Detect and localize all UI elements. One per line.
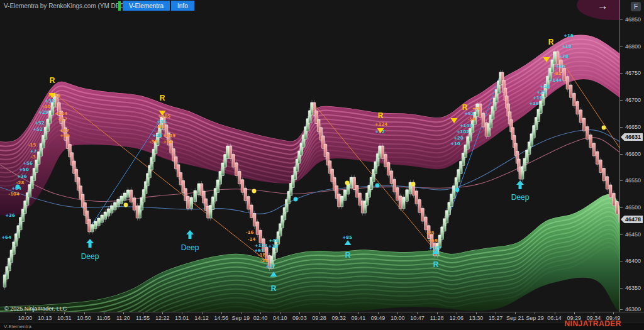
time-label: 10:47 [410, 315, 425, 321]
price-label: 46550 [625, 177, 641, 184]
svg-text:-82: -82 [553, 71, 562, 76]
svg-text:+34: +34 [163, 140, 173, 145]
time-label: 13:30 [469, 315, 484, 321]
time-tick [104, 312, 104, 314]
fixed-scale-button[interactable]: F [631, 2, 641, 11]
price-axis[interactable]: 4685046800467504670046650466004655046500… [619, 0, 644, 312]
svg-text:-28: -28 [426, 231, 435, 236]
svg-text:+123: +123 [255, 243, 268, 248]
header-buttons: V-Elementra Info [118, 1, 196, 11]
time-label: 10:00 [391, 315, 405, 321]
time-tick [613, 312, 614, 314]
svg-text:-10: -10 [43, 104, 51, 109]
r-buy-marker: R [271, 284, 277, 293]
time-tick [280, 312, 280, 314]
price-tick [620, 73, 623, 74]
time-tick [574, 312, 575, 314]
svg-text:+145: +145 [460, 123, 473, 128]
price-tick [620, 207, 623, 208]
ninjatrader-chart-window: +50+36-28+64-104-15+7-3+56+64+36+245+32-… [0, 0, 644, 330]
svg-text:+23: +23 [152, 133, 162, 138]
time-tick [319, 312, 320, 314]
price-label: 46800 [625, 43, 641, 50]
price-label: 46500 [625, 204, 641, 211]
svg-text:+144: +144 [549, 78, 562, 83]
svg-text:-15: -15 [28, 143, 36, 148]
time-tick [457, 312, 457, 314]
time-label: 10:13 [38, 315, 52, 321]
r-sell-marker: R [462, 103, 468, 112]
svg-text:+16: +16 [60, 133, 70, 138]
svg-text:+50: +50 [19, 167, 29, 172]
price-label: 46400 [625, 258, 641, 264]
svg-text:+114: +114 [55, 111, 68, 116]
time-tick [202, 312, 203, 314]
price-label: 46850 [625, 16, 641, 23]
r-sell-marker: R [548, 38, 554, 47]
time-label: 04:10 [273, 315, 287, 321]
time-tick [535, 312, 535, 314]
price-tick [620, 234, 623, 235]
svg-text:-64: -64 [157, 124, 165, 129]
svg-text:+78: +78 [558, 54, 569, 59]
time-tick [476, 312, 477, 314]
time-tick [378, 312, 379, 314]
tab-strip: V-Elementra [0, 322, 644, 330]
time-label: 11:20 [116, 315, 130, 321]
time-tick [594, 312, 594, 314]
time-tick [162, 312, 163, 314]
svg-text:-54: -54 [468, 117, 476, 122]
svg-text:+27: +27 [57, 117, 67, 122]
svg-text:+44: +44 [555, 64, 565, 69]
svg-text:+7: +7 [30, 149, 37, 154]
svg-text:+102: +102 [457, 129, 470, 135]
price-label: 46700 [625, 97, 641, 103]
time-tick [221, 312, 222, 314]
time-tick [143, 312, 143, 314]
svg-text:-16: -16 [246, 230, 254, 235]
price-label: 46750 [625, 70, 641, 76]
svg-text:+105: +105 [158, 114, 171, 119]
svg-text:+64: +64 [11, 186, 21, 191]
price-tick [620, 127, 623, 128]
price-tick [620, 309, 623, 310]
time-tick [358, 312, 359, 314]
svg-text:+85: +85 [342, 235, 352, 240]
time-axis[interactable]: 10:0010:1310:3110:5011:0511:2011:5512:22… [0, 312, 644, 322]
svg-text:+11: +11 [157, 119, 167, 124]
svg-text:+32: +32 [45, 99, 55, 104]
go-to-latest-arrow-icon[interactable]: → [597, 0, 608, 13]
info-button[interactable]: Info [171, 1, 194, 11]
price-tick [620, 261, 623, 261]
chart-canvas[interactable]: +50+36-28+64-104-15+7-3+56+64+36+245+32-… [0, 0, 619, 312]
deep-arrow-icon [186, 230, 194, 239]
time-tick [260, 312, 261, 314]
svg-text:+25: +25 [536, 90, 547, 95]
r-sell-marker: R [160, 94, 165, 102]
svg-text:+48: +48 [269, 238, 279, 243]
time-label: 12:22 [155, 315, 170, 321]
time-label: 14:12 [194, 315, 209, 321]
price-tick [620, 47, 623, 47]
price-label: 46650 [625, 124, 641, 130]
svg-text:+70: +70 [472, 106, 481, 111]
price-tick [620, 100, 623, 101]
price-tick [620, 288, 623, 289]
time-label: Sep 21 [506, 315, 525, 321]
svg-text:+29: +29 [38, 110, 48, 115]
r-buy-marker: R [345, 251, 351, 260]
time-tick [123, 312, 124, 314]
tab-v-elementra[interactable]: V-Elementra [4, 324, 31, 329]
time-label: Sep 19 [232, 315, 250, 321]
time-tick [417, 312, 418, 314]
price-tick [620, 154, 623, 155]
time-tick [339, 312, 340, 314]
svg-text:-25: -25 [260, 258, 269, 263]
ninjatrader-logo: NINJATRADER [564, 319, 621, 328]
time-tick [64, 312, 65, 314]
deep-label: Deep [511, 193, 530, 202]
time-label: 10:31 [57, 315, 72, 321]
svg-text:+56: +56 [23, 161, 33, 166]
v-elementra-button[interactable]: V-Elementra [123, 1, 170, 11]
svg-text:+64: +64 [1, 235, 11, 240]
